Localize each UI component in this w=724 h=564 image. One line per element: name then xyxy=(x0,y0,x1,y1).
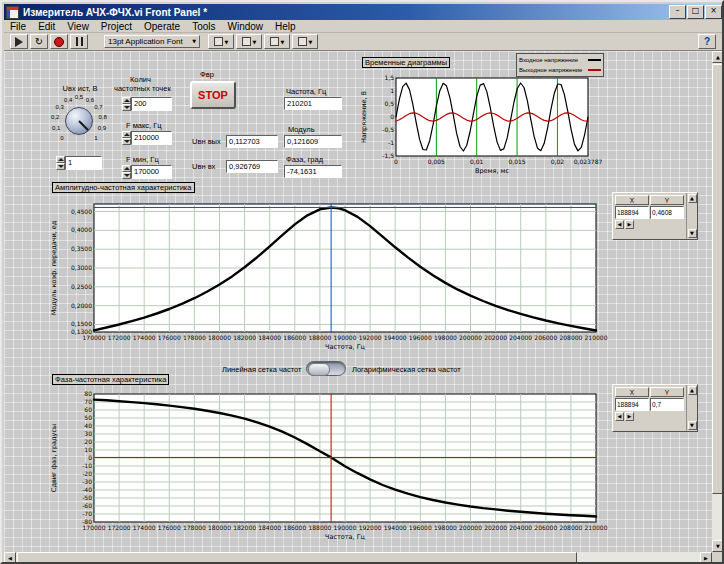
menu-edit[interactable]: Edit xyxy=(32,21,61,32)
pfc-cursor-x-value: 188894 xyxy=(615,398,649,411)
f-max-label: F макс, Гц xyxy=(126,121,162,130)
svg-text:208000: 208000 xyxy=(559,334,582,341)
afc-graph[interactable]: 1700001720001740001760001780001800001820… xyxy=(48,194,610,354)
scroll-left-icon[interactable]: ◀ xyxy=(615,412,624,421)
svg-text:180000: 180000 xyxy=(208,334,231,341)
vertical-scrollbar[interactable]: ▲ ▼ xyxy=(712,51,724,552)
menu-view[interactable]: View xyxy=(61,21,95,32)
u-out-label: Uвн вых xyxy=(192,137,221,146)
distribute-objects-button[interactable]: ▼ xyxy=(236,34,262,49)
decrement-button[interactable] xyxy=(122,172,131,179)
context-help-button[interactable]: ? xyxy=(698,34,716,49)
svg-text:182000: 182000 xyxy=(233,334,256,341)
menu-window[interactable]: Window xyxy=(221,21,269,32)
font-selector[interactable]: 13pt Application Font ▼ xyxy=(104,35,200,48)
svg-text:208000: 208000 xyxy=(559,524,582,531)
f-max-field[interactable]: 210000 xyxy=(131,131,172,145)
voltage-numeric: 1 xyxy=(56,156,102,170)
svg-text:Время, мс: Время, мс xyxy=(475,167,509,175)
align-objects-button[interactable]: ▼ xyxy=(208,34,234,49)
scroll-left-icon[interactable]: ◀ xyxy=(615,220,624,229)
svg-text:176000: 176000 xyxy=(158,524,181,531)
increment-button[interactable] xyxy=(122,165,131,172)
minimize-button[interactable]: – xyxy=(669,5,686,19)
menu-operate[interactable]: Operate xyxy=(138,21,186,32)
knob-scale-label: 0,5 xyxy=(75,94,83,100)
voltage-value-field[interactable]: 1 xyxy=(65,156,102,170)
svg-text:198000: 198000 xyxy=(434,334,457,341)
svg-text:60: 60 xyxy=(84,406,92,413)
scroll-right-icon[interactable]: ▶ xyxy=(625,220,634,229)
pfc-graph[interactable]: 1700001720001740001760001780001800001820… xyxy=(48,386,610,548)
run-button[interactable] xyxy=(10,34,28,49)
svg-text:-10: -10 xyxy=(82,462,92,469)
svg-text:Частота, Гц: Частота, Гц xyxy=(325,533,366,541)
svg-text:-70: -70 xyxy=(82,510,92,517)
num-points-field[interactable]: 200 xyxy=(131,97,172,111)
horizontal-scrollbar[interactable]: ◀ ▶ xyxy=(4,552,712,564)
scroll-up-icon[interactable]: ▲ xyxy=(712,51,724,63)
reorder-objects-button[interactable]: ▼ xyxy=(292,34,318,49)
f-min-field[interactable]: 170000 xyxy=(131,165,172,179)
svg-text:-50: -50 xyxy=(82,494,92,501)
svg-text:206000: 206000 xyxy=(534,334,557,341)
menu-project[interactable]: Project xyxy=(95,21,138,32)
pause-button[interactable] xyxy=(70,34,88,49)
stop-button[interactable]: STOP xyxy=(190,81,236,109)
resize-objects-button[interactable]: ▼ xyxy=(264,34,290,49)
freq-value: 210201 xyxy=(284,97,342,110)
scroll-down-icon[interactable]: ▼ xyxy=(688,229,697,238)
switch-knob xyxy=(308,363,330,376)
menu-help[interactable]: Help xyxy=(269,21,302,32)
module-value: 0,121609 xyxy=(284,135,342,148)
svg-text:0,5: 0,5 xyxy=(384,100,394,107)
svg-text:Напряжение, В: Напряжение, В xyxy=(360,91,368,143)
grid-scale-switch[interactable] xyxy=(306,361,346,376)
svg-text:196000: 196000 xyxy=(409,524,432,531)
svg-text:0,1300: 0,1300 xyxy=(71,328,92,335)
svg-text:50: 50 xyxy=(84,414,92,421)
svg-text:0,4500: 0,4500 xyxy=(71,208,92,215)
decrement-button[interactable] xyxy=(122,104,131,111)
scroll-up-icon[interactable]: ▲ xyxy=(688,194,697,203)
menu-file[interactable]: File xyxy=(4,21,32,32)
svg-text:0,02: 0,02 xyxy=(551,158,565,165)
svg-text:200000: 200000 xyxy=(459,524,482,531)
maximize-button[interactable]: □ xyxy=(687,5,704,19)
vertical-scrollbar-thumb[interactable] xyxy=(712,64,724,494)
source-voltage-knob-group: Uвх ист, В 00,10,20,30,40,50,60,70,80,91… xyxy=(48,84,112,176)
scroll-down-icon[interactable]: ▼ xyxy=(712,540,724,552)
scroll-down-icon[interactable]: ▼ xyxy=(688,421,697,430)
knob-scale-label: 0,9 xyxy=(98,125,106,131)
svg-text:190000: 190000 xyxy=(334,334,357,341)
menu-tools[interactable]: Tools xyxy=(186,21,221,32)
svg-text:200000: 200000 xyxy=(459,334,482,341)
vi-icon xyxy=(6,6,19,19)
f-min-label: F мин, Гц xyxy=(126,155,159,164)
scroll-left-icon[interactable]: ◀ xyxy=(4,552,16,564)
increment-button[interactable] xyxy=(122,97,131,104)
horizontal-scrollbar-thumb[interactable] xyxy=(17,552,577,564)
decrement-button[interactable] xyxy=(122,138,131,145)
svg-text:20: 20 xyxy=(84,438,92,445)
knob-scale-label: 0,6 xyxy=(86,97,94,103)
u-in-value: 0,926769 xyxy=(226,160,278,173)
svg-text:70: 70 xyxy=(84,398,92,405)
stop-label: Фвр xyxy=(200,70,214,79)
svg-text:188000: 188000 xyxy=(308,524,331,531)
chevron-down-icon: ▼ xyxy=(225,39,229,45)
menubar: File Edit View Project Operate Tools Win… xyxy=(4,20,724,33)
abort-button[interactable] xyxy=(50,34,68,49)
increment-button[interactable] xyxy=(122,131,131,138)
svg-text:192000: 192000 xyxy=(359,524,382,531)
titlebar[interactable]: Измеритель АЧХ-ФЧХ.vi Front Panel * – □ … xyxy=(4,4,724,20)
close-button[interactable]: × xyxy=(705,5,722,19)
scroll-right-icon[interactable]: ▶ xyxy=(700,552,712,564)
decrement-button[interactable] xyxy=(56,163,65,170)
scroll-up-icon[interactable]: ▲ xyxy=(688,386,697,395)
run-continuous-button[interactable]: ↻ xyxy=(30,34,48,49)
module-label: Модуль xyxy=(288,125,315,134)
scroll-right-icon[interactable]: ▶ xyxy=(625,412,634,421)
time-waveform-graph[interactable]: 00,0050,010,0150,020,0237871,510,50-0,5-… xyxy=(358,68,604,180)
increment-button[interactable] xyxy=(56,156,65,163)
